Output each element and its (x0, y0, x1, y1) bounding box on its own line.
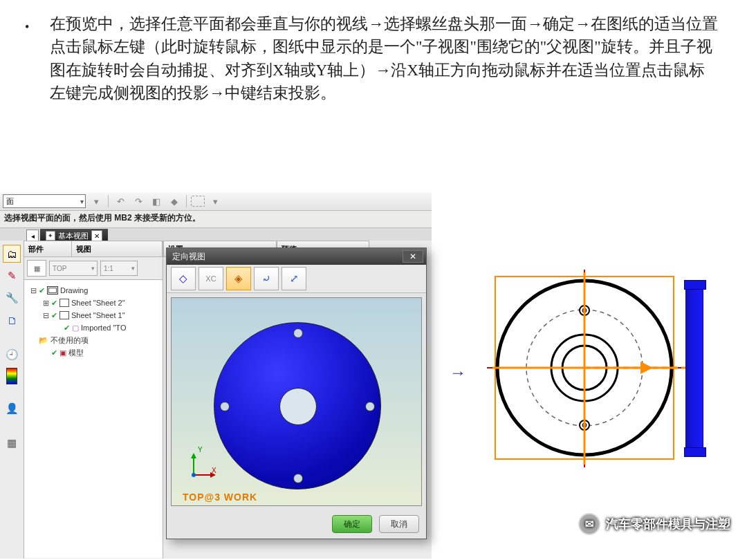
arrow-icon: → (450, 363, 466, 382)
tree-unused: 📂 不使用的项 (27, 334, 160, 346)
csys-icon[interactable]: ◇ (171, 267, 196, 290)
dialog-title-text: 定向视图 (172, 251, 205, 263)
model-icon: ▣ (59, 348, 66, 357)
tab-close-icon[interactable]: ✕ (91, 230, 102, 241)
bullet-icon: • (25, 18, 29, 36)
resource-bar: 🗂 ✎ 🔧 🗋 🕘 👤 ▦ (0, 241, 24, 559)
tool-icon[interactable]: ◧ (149, 194, 164, 209)
sheet-icon (59, 299, 69, 307)
redo-icon[interactable]: ↷ (131, 194, 146, 209)
sheet-icon (59, 311, 69, 319)
preview-view-label: TOP@3 WORK (183, 492, 257, 503)
undo-icon[interactable]: ↶ (113, 194, 128, 209)
bolt-icon (293, 474, 303, 483)
rotate-icon[interactable]: ⤾ (254, 267, 279, 290)
normal-view-icon[interactable]: ◈ (226, 267, 251, 290)
left-panel: 部件 视图 ▦ TOP 1:1 ⊟✔ Drawing ⊞✔ Sheet "She… (24, 241, 163, 559)
orient-view-dialog: 定向视图 ✕ ◇ XC ◈ ⤾ ⤢ YX TOP@3 WORK (166, 248, 427, 539)
bolt-icon (293, 328, 303, 338)
view-select-combo[interactable]: TOP (49, 261, 98, 276)
watermark-text: 汽车零部件模具与注塑 (606, 516, 730, 532)
tree-sheet1: ⊟✔ Sheet "Sheet 1" (27, 309, 160, 321)
bolt-icon (365, 402, 375, 411)
center-hole-icon (279, 388, 317, 425)
cancel-button[interactable]: 取消 (379, 515, 419, 533)
nx-toolbar: 面 ▾ ↶ ↷ ◧ ◆ ▾ (0, 192, 432, 211)
svg-marker-19 (640, 362, 653, 374)
selection-icon[interactable] (191, 196, 205, 207)
dropdown-icon[interactable]: ▾ (208, 194, 223, 209)
panel-header-view: 视图 (72, 241, 163, 257)
nav-assembly-icon[interactable]: ✎ (3, 267, 21, 285)
pin-icon[interactable]: ✦ (46, 231, 55, 241)
nav-history-icon[interactable]: 🕘 (3, 346, 21, 364)
tree-sheet2: ⊞✔ Sheet "Sheet 2" (27, 297, 160, 309)
nav-sheet-icon[interactable]: 🗋 (3, 311, 21, 329)
bolt-icon (220, 402, 230, 411)
side-view-silhouette (685, 285, 703, 452)
nav-constraint-icon[interactable]: 🔧 (3, 289, 21, 307)
filter-combo[interactable]: 面 (3, 194, 86, 208)
status-hint: 选择视图平面的面，然后使用 MB2 来接受新的方位。 (0, 211, 432, 228)
drawing-navigator-tree[interactable]: ⊟✔ Drawing ⊞✔ Sheet "Sheet 2" ⊟✔ Sheet "… (24, 280, 163, 558)
dialog-preview[interactable]: YX TOP@3 WORK (171, 297, 422, 506)
nav-render-icon[interactable] (6, 368, 17, 384)
wechat-icon: ✉ (578, 513, 600, 535)
tab-label: 基本视图 (58, 231, 89, 241)
dialog-close-icon[interactable]: ✕ (403, 250, 423, 263)
nav-system-icon[interactable]: ▦ (3, 434, 21, 452)
panel-header-part: 部件 (24, 241, 72, 257)
xc-view-icon[interactable]: XC (199, 267, 223, 290)
tree-root: ⊟✔ Drawing (27, 284, 160, 297)
svg-marker-1 (191, 453, 196, 458)
part-thumb-button[interactable]: ▦ (27, 260, 46, 277)
svg-point-4 (192, 473, 196, 477)
dialog-toolbar: ◇ XC ◈ ⤾ ⤢ (167, 265, 426, 293)
nav-roles-icon[interactable]: 👤 (3, 400, 21, 418)
preview-part-disk (214, 322, 381, 489)
dialog-titlebar[interactable]: 定向视图 ✕ (167, 248, 426, 265)
instruction-block: • 在预览中，选择任意平面都会垂直与你的视线→选择螺丝盘头那一面→确定→在图纸的… (28, 12, 719, 104)
wechat-watermark: ✉ 汽车零部件模具与注塑 (578, 513, 730, 535)
scale-combo[interactable]: 1:1 (100, 261, 138, 276)
instruction-text: 在预览中，选择任意平面都会垂直与你的视线→选择螺丝盘头那一面→确定→在图纸的适当… (50, 12, 719, 104)
tree-imported: ✔▢ Imported "TO (27, 321, 160, 334)
tool-icon-2[interactable]: ◆ (167, 194, 182, 209)
drawing-icon (47, 286, 58, 295)
ok-button[interactable]: 确定 (332, 515, 372, 533)
folder-icon: 📂 (39, 336, 48, 345)
fit-icon[interactable]: ⤢ (282, 267, 306, 290)
nav-part-icon[interactable]: 🗂 (3, 245, 21, 263)
filter-plus-icon[interactable]: ▾ (89, 194, 104, 209)
view-triad-icon: YX (190, 453, 214, 478)
result-figure (487, 263, 707, 474)
tree-model: ✔▣ 模型 (27, 346, 160, 359)
